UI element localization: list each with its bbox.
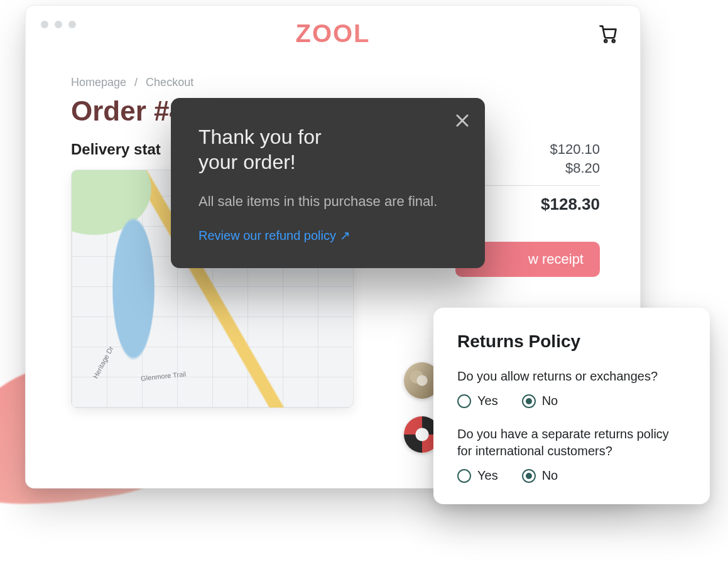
subtotal-value: $120.10	[474, 141, 600, 158]
order-totals: $120.10 $8.20 $128.30	[474, 141, 600, 214]
returns-policy-card: Returns Policy Do you allow returns or e…	[433, 308, 710, 504]
totals-divider	[474, 185, 600, 186]
radio-icon	[522, 394, 536, 408]
policy-question-2: Do you have a separate returns policy fo…	[457, 426, 686, 460]
policy-q1-yes[interactable]: Yes	[457, 394, 498, 408]
policy-q2-options: Yes No	[457, 468, 686, 483]
map-label-glenmore: Glenmore Trail	[141, 370, 187, 382]
policy-q2-yes[interactable]: Yes	[457, 468, 498, 483]
policy-q1-no[interactable]: No	[522, 394, 558, 408]
cart-icon[interactable]	[599, 24, 617, 43]
breadcrumb-home[interactable]: Homepage	[71, 76, 126, 89]
policy-q2-no[interactable]: No	[522, 468, 558, 483]
breadcrumb-separator: /	[134, 76, 138, 89]
policy-q1-options: Yes No	[457, 394, 686, 408]
radio-icon	[522, 469, 536, 483]
policy-question-1: Do you allow returns or exchanges?	[457, 368, 686, 385]
policy-title: Returns Policy	[457, 332, 686, 352]
svg-point-0	[604, 40, 607, 42]
refund-policy-link[interactable]: Review our refund policy ↗	[198, 229, 350, 242]
map-label-heritage: Heritage Dr	[92, 345, 115, 379]
modal-title: Thank you for your order!	[198, 124, 457, 175]
svg-point-1	[612, 40, 615, 42]
breadcrumb-current: Checkout	[146, 76, 193, 89]
breadcrumb: Homepage / Checkout	[71, 76, 600, 89]
shipping-value: $8.20	[474, 160, 600, 176]
brand-logo: ZOOL	[26, 19, 640, 48]
external-link-icon: ↗	[340, 229, 350, 242]
radio-icon	[457, 394, 471, 408]
thank-you-modal: Thank you for your order! All sale items…	[171, 98, 485, 268]
radio-icon	[457, 469, 471, 483]
modal-body: All sale items in this purchase are fina…	[198, 192, 457, 212]
close-icon[interactable]	[454, 112, 471, 129]
grand-total-value: $128.30	[474, 195, 600, 214]
